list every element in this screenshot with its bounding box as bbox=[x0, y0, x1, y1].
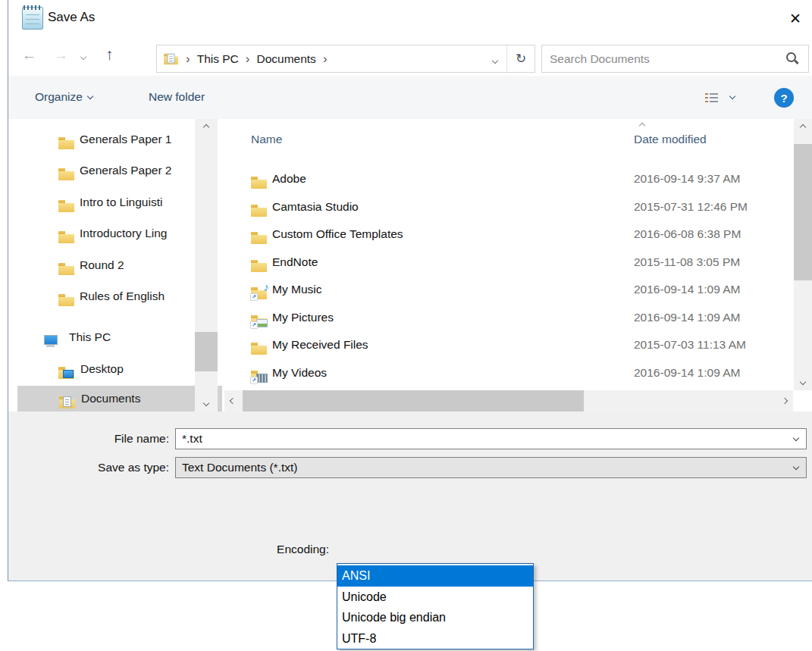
file-row-my-pictures[interactable]: My Pictures 2016-09-14 1:09 AM bbox=[224, 304, 793, 331]
file-name: Adobe bbox=[272, 172, 306, 186]
breadcrumb-this-pc[interactable]: This PC bbox=[197, 52, 239, 66]
filelist-scrollbar[interactable] bbox=[794, 119, 812, 390]
documents-folder-icon bbox=[59, 396, 75, 409]
search-input[interactable] bbox=[542, 52, 786, 66]
horizontal-scrollbar-thumb[interactable] bbox=[243, 390, 584, 412]
dropdown-option-unicode-big-endian[interactable]: Unicode big endian bbox=[337, 607, 533, 628]
file-date-modified: 2015-11-08 3:05 PM bbox=[634, 255, 740, 269]
scroll-down-icon[interactable] bbox=[195, 395, 218, 412]
search-box bbox=[541, 45, 809, 73]
sidebar-item-intro-to-linguistics[interactable]: Intro to Linguisti bbox=[8, 186, 207, 218]
dropdown-option-utf-8[interactable]: UTF-8 bbox=[337, 628, 533, 649]
command-toolbar: Organize New folder ? bbox=[8, 76, 812, 120]
title-bar: Save As ✕ bbox=[8, 0, 812, 36]
desktop-folder-icon bbox=[58, 366, 74, 380]
sidebar-item-round-2[interactable]: Round 2 bbox=[8, 249, 207, 280]
scroll-right-icon[interactable] bbox=[776, 390, 793, 412]
file-row-camtasia-studio[interactable]: Camtasia Studio 2015-07-31 12:46 PM bbox=[224, 193, 793, 221]
folder-icon bbox=[251, 342, 267, 355]
breadcrumb-documents[interactable]: Documents bbox=[256, 52, 315, 66]
file-row-my-videos[interactable]: My Videos 2016-09-14 1:09 AM bbox=[224, 359, 793, 387]
file-date-modified: 2015-07-31 12:46 PM bbox=[634, 200, 748, 214]
forward-icon[interactable]: → bbox=[54, 48, 68, 63]
refresh-icon[interactable]: ↻ bbox=[507, 51, 535, 67]
file-row-custom-office-templates[interactable]: Custom Office Templates 2016-06-08 6:38 … bbox=[224, 221, 793, 248]
address-bar[interactable]: › This PC › Documents › ↻ bbox=[156, 45, 535, 73]
file-date-modified: 2016-09-14 1:09 AM bbox=[634, 311, 740, 324]
recent-locations-chevron-icon[interactable] bbox=[80, 54, 86, 60]
navigation-bar: ← → ↑ › This PC › Documents › ↻ bbox=[8, 36, 812, 76]
column-header-name[interactable]: Name bbox=[251, 133, 282, 146]
notepad-icon bbox=[22, 7, 43, 30]
sidebar-item-generals-paper-2[interactable]: Generals Paper 2 bbox=[8, 155, 207, 186]
scroll-up-icon[interactable] bbox=[794, 119, 812, 136]
file-row-endnote[interactable]: EndNote 2015-11-08 3:05 PM bbox=[224, 249, 793, 276]
save-as-type-field[interactable]: Text Documents (*.txt) bbox=[175, 457, 807, 478]
dialog-footer: File name: Save as type: Text Documents … bbox=[8, 412, 812, 581]
content-area: Generals Paper 1 Generals Paper 2 Intro … bbox=[8, 119, 812, 412]
sidebar-item-desktop[interactable]: Desktop bbox=[8, 353, 207, 384]
save-as-type-chevron-icon bbox=[793, 464, 799, 470]
scroll-left-icon[interactable] bbox=[224, 390, 241, 412]
file-row-adobe[interactable]: Adobe 2016-09-14 9:37 AM bbox=[224, 165, 793, 192]
file-name-field[interactable] bbox=[175, 428, 807, 449]
sidebar-scrollbar-thumb[interactable] bbox=[195, 332, 218, 371]
file-name: EndNote bbox=[272, 255, 318, 269]
encoding-label: Encoding: bbox=[198, 543, 329, 556]
dropdown-option-unicode[interactable]: Unicode bbox=[337, 587, 533, 608]
close-button[interactable]: ✕ bbox=[780, 5, 810, 32]
folder-icon bbox=[251, 259, 267, 273]
sidebar-item-label: Round 2 bbox=[80, 258, 207, 272]
file-name: Custom Office Templates bbox=[272, 227, 403, 241]
pictures-folder-shortcut-icon bbox=[251, 315, 267, 328]
details-view-icon bbox=[704, 92, 719, 103]
help-button[interactable]: ? bbox=[774, 88, 794, 108]
view-chevron-icon bbox=[729, 92, 735, 99]
new-folder-button[interactable]: New folder bbox=[149, 76, 205, 118]
address-dropdown-chevron-icon[interactable] bbox=[484, 52, 506, 66]
sidebar-scrollbar[interactable] bbox=[195, 119, 218, 412]
file-date-modified: 2016-09-14 9:37 AM bbox=[634, 172, 740, 186]
file-name: My Music bbox=[272, 283, 321, 296]
sidebar-item-generals-paper-1[interactable]: Generals Paper 1 bbox=[8, 124, 207, 155]
file-date-modified: 2015-07-03 11:13 AM bbox=[634, 338, 746, 352]
folder-icon bbox=[58, 293, 74, 307]
music-folder-shortcut-icon bbox=[251, 286, 267, 300]
organize-chevron-icon bbox=[87, 92, 93, 99]
scroll-down-icon[interactable] bbox=[794, 374, 812, 390]
file-name-chevron-icon[interactable] bbox=[793, 435, 799, 441]
sidebar-item-introductory-linguistics[interactable]: Introductory Ling bbox=[8, 218, 207, 249]
file-name: My Pictures bbox=[272, 311, 334, 324]
search-icon[interactable] bbox=[786, 52, 796, 62]
sidebar-item-rules-of-english[interactable]: Rules of English bbox=[8, 280, 207, 311]
videos-folder-shortcut-icon bbox=[251, 370, 267, 383]
sidebar-item-label: Rules of English bbox=[80, 290, 207, 303]
folder-icon bbox=[58, 167, 74, 181]
up-icon[interactable]: ↑ bbox=[105, 47, 114, 62]
sidebar-item-documents[interactable]: Documents bbox=[17, 386, 222, 412]
encoding-dropdown-list: ANSI Unicode Unicode big endian UTF-8 bbox=[337, 563, 534, 649]
file-date-modified: 2016-06-08 6:38 PM bbox=[634, 227, 741, 241]
file-row-my-received-files[interactable]: My Received Files 2015-07-03 11:13 AM bbox=[224, 331, 793, 358]
scroll-up-icon[interactable] bbox=[195, 119, 218, 136]
close-icon: ✕ bbox=[789, 10, 801, 27]
file-name: My Videos bbox=[272, 366, 327, 380]
dropdown-option-ansi[interactable]: ANSI bbox=[337, 565, 533, 587]
sidebar-item-label: Intro to Linguisti bbox=[80, 196, 207, 209]
sidebar-item-label: Introductory Ling bbox=[80, 227, 207, 240]
window-title: Save As bbox=[48, 10, 95, 25]
page-background: Save As ✕ ← → ↑ › This PC › Documents › … bbox=[0, 0, 812, 651]
change-view-button[interactable] bbox=[704, 76, 735, 118]
sidebar-item-this-pc[interactable]: This PC bbox=[8, 321, 207, 352]
file-row-my-music[interactable]: My Music 2016-09-14 1:09 AM bbox=[224, 276, 793, 303]
breadcrumb-separator: › bbox=[323, 52, 328, 67]
filelist-scrollbar-thumb[interactable] bbox=[794, 144, 812, 280]
folder-icon bbox=[58, 136, 74, 150]
column-header-date-modified[interactable]: Date modified bbox=[634, 133, 707, 146]
file-name-input[interactable] bbox=[176, 432, 794, 446]
filelist-horizontal-scrollbar[interactable] bbox=[224, 390, 793, 412]
breadcrumb-folder-icon bbox=[164, 52, 178, 64]
new-folder-label: New folder bbox=[149, 90, 205, 104]
organize-button[interactable]: Organize bbox=[35, 76, 92, 118]
back-icon[interactable]: ← bbox=[22, 48, 36, 63]
